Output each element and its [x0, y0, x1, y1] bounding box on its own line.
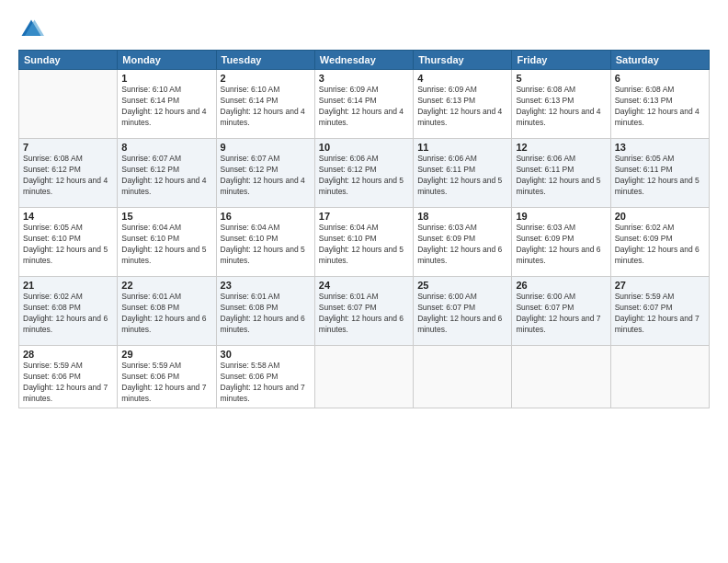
calendar-cell: 29Sunrise: 5:59 AMSunset: 6:06 PMDayligh… — [118, 346, 216, 408]
day-header-monday: Monday — [118, 51, 216, 70]
day-number: 24 — [319, 280, 409, 291]
cell-info: Sunrise: 6:08 AMSunset: 6:13 PMDaylight:… — [516, 85, 606, 129]
calendar-cell: 28Sunrise: 5:59 AMSunset: 6:06 PMDayligh… — [19, 346, 118, 408]
calendar-cell: 25Sunrise: 6:00 AMSunset: 6:07 PMDayligh… — [414, 277, 512, 346]
calendar-page: SundayMondayTuesdayWednesdayThursdayFrid… — [0, 0, 728, 563]
calendar-cell — [314, 346, 413, 408]
cell-info: Sunrise: 5:59 AMSunset: 6:06 PMDaylight:… — [23, 361, 113, 405]
day-number: 4 — [417, 73, 507, 84]
calendar-cell: 8Sunrise: 6:07 AMSunset: 6:12 PMDaylight… — [118, 139, 216, 208]
cell-info: Sunrise: 6:10 AMSunset: 6:14 PMDaylight:… — [121, 85, 211, 129]
day-number: 20 — [615, 211, 705, 222]
day-number: 30 — [221, 349, 311, 360]
calendar-cell: 18Sunrise: 6:03 AMSunset: 6:09 PMDayligh… — [414, 208, 512, 277]
cell-info: Sunrise: 6:05 AMSunset: 6:10 PMDaylight:… — [23, 223, 113, 267]
calendar-cell: 15Sunrise: 6:04 AMSunset: 6:10 PMDayligh… — [118, 208, 216, 277]
day-header-sunday: Sunday — [19, 51, 118, 70]
day-number: 21 — [23, 280, 113, 291]
calendar-cell: 19Sunrise: 6:03 AMSunset: 6:09 PMDayligh… — [512, 208, 610, 277]
calendar-cell: 22Sunrise: 6:01 AMSunset: 6:08 PMDayligh… — [118, 277, 216, 346]
week-row: 28Sunrise: 5:59 AMSunset: 6:06 PMDayligh… — [19, 346, 710, 408]
day-number: 19 — [516, 211, 606, 222]
cell-info: Sunrise: 6:04 AMSunset: 6:10 PMDaylight:… — [221, 223, 311, 267]
calendar-cell: 17Sunrise: 6:04 AMSunset: 6:10 PMDayligh… — [314, 208, 413, 277]
day-header-thursday: Thursday — [414, 51, 512, 70]
day-number: 10 — [319, 142, 409, 153]
logo-icon — [18, 17, 44, 42]
cell-info: Sunrise: 6:09 AMSunset: 6:14 PMDaylight:… — [319, 85, 409, 129]
calendar-cell: 10Sunrise: 6:06 AMSunset: 6:12 PMDayligh… — [314, 139, 413, 208]
cell-info: Sunrise: 6:01 AMSunset: 6:08 PMDaylight:… — [221, 292, 311, 336]
calendar-cell: 21Sunrise: 6:02 AMSunset: 6:08 PMDayligh… — [19, 277, 118, 346]
cell-info: Sunrise: 6:01 AMSunset: 6:08 PMDaylight:… — [121, 292, 211, 336]
calendar-cell: 9Sunrise: 6:07 AMSunset: 6:12 PMDaylight… — [216, 139, 314, 208]
calendar-cell: 11Sunrise: 6:06 AMSunset: 6:11 PMDayligh… — [414, 139, 512, 208]
cell-info: Sunrise: 6:03 AMSunset: 6:09 PMDaylight:… — [417, 223, 507, 267]
cell-info: Sunrise: 6:06 AMSunset: 6:12 PMDaylight:… — [319, 154, 409, 198]
calendar-cell: 4Sunrise: 6:09 AMSunset: 6:13 PMDaylight… — [414, 70, 512, 139]
cell-info: Sunrise: 6:10 AMSunset: 6:14 PMDaylight:… — [221, 85, 311, 129]
cell-info: Sunrise: 5:58 AMSunset: 6:06 PMDaylight:… — [221, 361, 311, 405]
day-number: 13 — [615, 142, 705, 153]
day-number: 12 — [516, 142, 606, 153]
calendar-cell: 16Sunrise: 6:04 AMSunset: 6:10 PMDayligh… — [216, 208, 314, 277]
cell-info: Sunrise: 6:00 AMSunset: 6:07 PMDaylight:… — [516, 292, 606, 336]
day-number: 14 — [23, 211, 113, 222]
header — [18, 17, 710, 42]
calendar-cell: 14Sunrise: 6:05 AMSunset: 6:10 PMDayligh… — [19, 208, 118, 277]
day-number: 18 — [417, 211, 507, 222]
cell-info: Sunrise: 5:59 AMSunset: 6:06 PMDaylight:… — [121, 361, 211, 405]
calendar-cell: 20Sunrise: 6:02 AMSunset: 6:09 PMDayligh… — [610, 208, 709, 277]
cell-info: Sunrise: 6:06 AMSunset: 6:11 PMDaylight:… — [417, 154, 507, 198]
cell-info: Sunrise: 6:08 AMSunset: 6:13 PMDaylight:… — [615, 85, 705, 129]
cell-info: Sunrise: 6:09 AMSunset: 6:13 PMDaylight:… — [417, 85, 507, 129]
day-number: 27 — [615, 280, 705, 291]
week-row: 1Sunrise: 6:10 AMSunset: 6:14 PMDaylight… — [19, 70, 710, 139]
cell-info: Sunrise: 6:05 AMSunset: 6:11 PMDaylight:… — [615, 154, 705, 198]
calendar-cell: 5Sunrise: 6:08 AMSunset: 6:13 PMDaylight… — [512, 70, 610, 139]
day-header-friday: Friday — [512, 51, 610, 70]
calendar-cell: 13Sunrise: 6:05 AMSunset: 6:11 PMDayligh… — [610, 139, 709, 208]
calendar-table: SundayMondayTuesdayWednesdayThursdayFrid… — [18, 50, 710, 408]
day-header-saturday: Saturday — [610, 51, 709, 70]
cell-info: Sunrise: 6:08 AMSunset: 6:12 PMDaylight:… — [23, 154, 113, 198]
day-number: 8 — [121, 142, 211, 153]
calendar-cell: 1Sunrise: 6:10 AMSunset: 6:14 PMDaylight… — [118, 70, 216, 139]
day-number: 17 — [319, 211, 409, 222]
calendar-cell: 6Sunrise: 6:08 AMSunset: 6:13 PMDaylight… — [610, 70, 709, 139]
calendar-cell: 23Sunrise: 6:01 AMSunset: 6:08 PMDayligh… — [216, 277, 314, 346]
cell-info: Sunrise: 6:02 AMSunset: 6:09 PMDaylight:… — [615, 223, 705, 267]
day-number: 5 — [516, 73, 606, 84]
day-number: 9 — [221, 142, 311, 153]
calendar-cell: 7Sunrise: 6:08 AMSunset: 6:12 PMDaylight… — [19, 139, 118, 208]
day-header-tuesday: Tuesday — [216, 51, 314, 70]
day-number: 28 — [23, 349, 113, 360]
day-number: 2 — [221, 73, 311, 84]
cell-info: Sunrise: 6:03 AMSunset: 6:09 PMDaylight:… — [516, 223, 606, 267]
cell-info: Sunrise: 6:01 AMSunset: 6:07 PMDaylight:… — [319, 292, 409, 336]
day-number: 29 — [121, 349, 211, 360]
calendar-cell — [414, 346, 512, 408]
cell-info: Sunrise: 6:02 AMSunset: 6:08 PMDaylight:… — [23, 292, 113, 336]
cell-info: Sunrise: 6:00 AMSunset: 6:07 PMDaylight:… — [417, 292, 507, 336]
cell-info: Sunrise: 6:04 AMSunset: 6:10 PMDaylight:… — [121, 223, 211, 267]
day-number: 23 — [221, 280, 311, 291]
calendar-cell — [19, 70, 118, 139]
day-number: 25 — [417, 280, 507, 291]
calendar-cell: 3Sunrise: 6:09 AMSunset: 6:14 PMDaylight… — [314, 70, 413, 139]
day-header-wednesday: Wednesday — [314, 51, 413, 70]
day-number: 6 — [615, 73, 705, 84]
day-number: 22 — [121, 280, 211, 291]
calendar-cell: 30Sunrise: 5:58 AMSunset: 6:06 PMDayligh… — [216, 346, 314, 408]
day-number: 1 — [121, 73, 211, 84]
week-row: 21Sunrise: 6:02 AMSunset: 6:08 PMDayligh… — [19, 277, 710, 346]
cell-info: Sunrise: 6:04 AMSunset: 6:10 PMDaylight:… — [319, 223, 409, 267]
calendar-cell: 2Sunrise: 6:10 AMSunset: 6:14 PMDaylight… — [216, 70, 314, 139]
calendar-cell — [512, 346, 610, 408]
calendar-cell: 26Sunrise: 6:00 AMSunset: 6:07 PMDayligh… — [512, 277, 610, 346]
week-row: 14Sunrise: 6:05 AMSunset: 6:10 PMDayligh… — [19, 208, 710, 277]
header-row: SundayMondayTuesdayWednesdayThursdayFrid… — [19, 51, 710, 70]
calendar-cell — [610, 346, 709, 408]
calendar-cell: 27Sunrise: 5:59 AMSunset: 6:07 PMDayligh… — [610, 277, 709, 346]
week-row: 7Sunrise: 6:08 AMSunset: 6:12 PMDaylight… — [19, 139, 710, 208]
